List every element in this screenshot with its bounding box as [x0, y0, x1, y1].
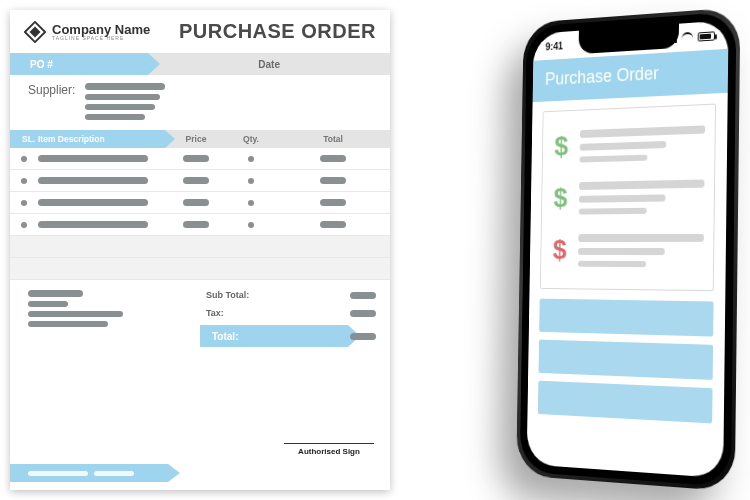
list-item[interactable]: $ [550, 169, 704, 224]
po-date-band: PO # Date [10, 53, 390, 75]
totals-block: Sub Total: Tax: Total: [206, 286, 376, 347]
col-description: Item Description [38, 134, 166, 144]
action-buttons [538, 299, 714, 424]
action-button[interactable] [538, 381, 713, 424]
wifi-icon [682, 32, 693, 43]
list-item[interactable]: $ [551, 115, 705, 173]
order-items-card: $ $ $ [540, 104, 716, 292]
col-qty: Qty. [226, 134, 276, 144]
supplier-label: Supplier: [28, 83, 75, 97]
table-row [10, 258, 390, 280]
phone-mockup-area: 9:41 Purchase Order $ $ [390, 0, 750, 500]
table-row [10, 192, 390, 214]
table-row [10, 170, 390, 192]
sign-label: Authorised Sign [284, 447, 374, 456]
phone-mockup: 9:41 Purchase Order $ $ [520, 11, 737, 487]
dollar-icon: $ [551, 182, 571, 215]
phone-screen: 9:41 Purchase Order $ $ [527, 20, 729, 478]
table-row [10, 214, 390, 236]
action-button[interactable] [539, 340, 714, 380]
list-item[interactable]: $ [550, 223, 704, 277]
battery-icon [698, 31, 715, 41]
items-table-header: SL. Item Description Price Qty. Total [10, 130, 390, 148]
tax-label: Tax: [206, 308, 224, 318]
svg-marker-1 [30, 26, 41, 37]
subtotal-label: Sub Total: [206, 290, 249, 300]
items-table-body [10, 148, 390, 280]
dollar-icon: $ [551, 131, 571, 164]
col-sl: SL. [10, 134, 38, 144]
po-number-label: PO # [10, 59, 53, 70]
notes-placeholder [28, 286, 123, 347]
col-price: Price [166, 134, 226, 144]
status-time: 9:41 [545, 40, 563, 52]
total-label: Total: [206, 331, 238, 342]
table-row [10, 236, 390, 258]
dollar-icon: $ [550, 234, 570, 266]
table-row [10, 148, 390, 170]
date-label: Date [258, 59, 280, 70]
logo-block: Company Name TAGLINE SPACE HERE [24, 21, 150, 43]
supplier-block: Supplier: [10, 75, 390, 124]
document-title: PURCHASE ORDER [179, 20, 376, 43]
action-button[interactable] [539, 299, 713, 337]
purchase-order-document: Company Name TAGLINE SPACE HERE PURCHASE… [10, 10, 390, 490]
footer-accent [10, 464, 180, 482]
col-total: Total [276, 134, 390, 144]
company-logo-icon [24, 21, 46, 43]
company-name: Company Name [52, 23, 150, 36]
authorised-sign: Authorised Sign [284, 443, 374, 456]
supplier-placeholder-lines [85, 83, 165, 120]
summary-section: Sub Total: Tax: Total: [10, 280, 390, 347]
document-header: Company Name TAGLINE SPACE HERE PURCHASE… [10, 10, 390, 49]
